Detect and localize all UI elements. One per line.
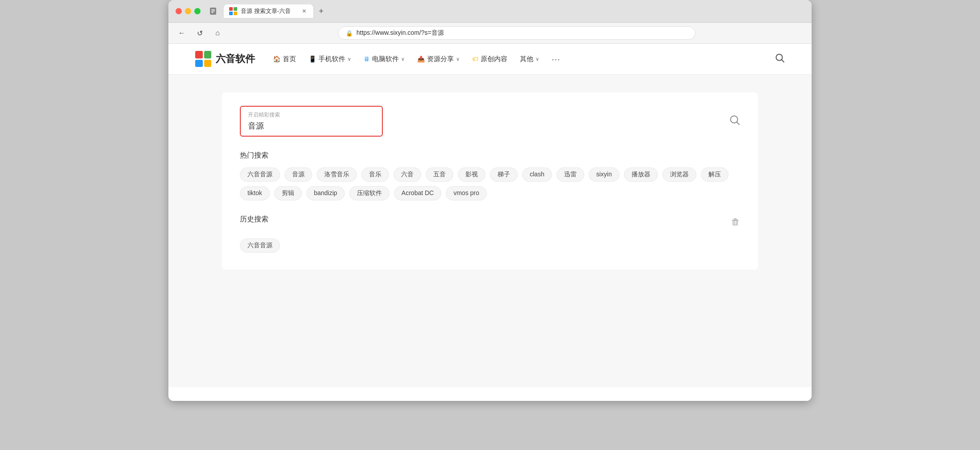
search-submit-icon[interactable]	[729, 115, 740, 128]
search-hint: 开启精彩搜索	[248, 111, 375, 119]
url-text: https://www.sixyin.com/?s=音源	[356, 29, 444, 37]
nav-item-resources[interactable]: 📤 资源分享 ∨	[417, 55, 460, 63]
tab-favicon	[229, 7, 237, 15]
tag-yingshi[interactable]: 影视	[458, 167, 486, 182]
main-content: 开启精彩搜索 音源 热门搜索 六音音源 音源	[168, 75, 812, 387]
minimize-button[interactable]	[185, 8, 191, 14]
search-input-wrapper[interactable]: 开启精彩搜索 音源	[240, 106, 383, 137]
hot-search-title: 热门搜索	[240, 151, 740, 160]
history-section: 历史搜索	[240, 215, 740, 253]
site-search-icon[interactable]	[775, 53, 785, 65]
tag-sixyin[interactable]: sixyin	[589, 167, 620, 182]
tab-title: 音源 搜索文章-六音	[241, 7, 297, 15]
tag-clash[interactable]: clash	[522, 167, 552, 182]
lock-icon: 🔒	[346, 30, 353, 37]
browser-frame: 音源 搜索文章-六音 ✕ + ← ↺ ⌂ 🔒 https://www.sixyi…	[168, 0, 812, 401]
back-button[interactable]: ←	[176, 27, 188, 39]
history-tag-liuyinyuanyuan[interactable]: 六音音源	[240, 238, 280, 253]
tag-yinyuan[interactable]: 音源	[285, 167, 312, 182]
hot-search-tags: 六音音源 音源 洛雪音乐 音乐 六音 五音 影视 梯子 clash 迅雷 six…	[240, 167, 740, 200]
tag-vmospro[interactable]: vmos pro	[446, 186, 487, 200]
site-nav: 🏠 首页 📱 手机软件 ∨ 🖥 电脑软件 ∨ 📤 资源分享 ∨	[273, 54, 757, 64]
pages-icon	[208, 6, 218, 17]
tag-jieyai[interactable]: 解压	[701, 167, 729, 182]
traffic-lights	[176, 8, 201, 14]
tag-liulanqi[interactable]: 浏览器	[662, 167, 696, 182]
home-button[interactable]: ⌂	[211, 27, 224, 39]
tag-yinyue[interactable]: 音乐	[361, 167, 389, 182]
active-tab[interactable]: 音源 搜索文章-六音 ✕	[224, 4, 313, 18]
tag-liuyinyuanyuan[interactable]: 六音音源	[240, 167, 280, 182]
tag-tiktok[interactable]: tiktok	[240, 186, 270, 200]
resources-nav-icon: 📤	[417, 55, 425, 62]
tag-tizi[interactable]: 梯子	[490, 167, 518, 182]
address-bar: ← ↺ ⌂ 🔒 https://www.sixyin.com/?s=音源	[168, 23, 812, 44]
svg-rect-3	[211, 12, 214, 13]
mobile-nav-icon: 📱	[309, 55, 316, 62]
tag-liuyin[interactable]: 六音	[394, 167, 421, 182]
nav-mobile-label: 手机软件	[318, 55, 345, 63]
history-header: 历史搜索	[240, 215, 740, 231]
resources-nav-chevron: ∨	[456, 56, 460, 62]
title-bar: 音源 搜索文章-六音 ✕ +	[168, 0, 812, 23]
tag-bandizip[interactable]: bandizip	[306, 186, 345, 200]
nav-item-other[interactable]: 其他 ∨	[520, 55, 539, 63]
new-tab-button[interactable]: +	[315, 5, 327, 17]
nav-other-label: 其他	[520, 55, 533, 63]
svg-rect-1	[211, 9, 215, 10]
svg-rect-2	[211, 11, 215, 12]
computer-nav-chevron: ∨	[401, 56, 405, 62]
search-box-container: 开启精彩搜索 音源	[240, 106, 740, 137]
nav-home-label: 首页	[283, 55, 296, 63]
history-search-title: 历史搜索	[240, 215, 268, 224]
svg-rect-8	[733, 221, 737, 225]
logo-icon	[195, 51, 211, 67]
home-nav-icon: 🏠	[273, 55, 281, 62]
clear-history-button[interactable]	[730, 217, 740, 229]
nav-computer-label: 电脑软件	[372, 55, 399, 63]
original-nav-icon: 🏷	[472, 55, 478, 62]
website-content: 六音软件 🏠 首页 📱 手机软件 ∨ 🖥 电脑软件 ∨ �	[168, 44, 812, 401]
nav-item-home[interactable]: 🏠 首页	[273, 55, 296, 63]
site-logo-text: 六音软件	[216, 52, 255, 66]
nav-item-mobile[interactable]: 📱 手机软件 ∨	[309, 55, 351, 63]
nav-resources-label: 资源分享	[427, 55, 454, 63]
hot-search-section: 热门搜索 六音音源 音源 洛雪音乐 音乐 六音 五音 影视 梯子 clash 迅…	[240, 151, 740, 200]
maximize-button[interactable]	[194, 8, 201, 14]
tag-acrobat[interactable]: Acrobat DC	[394, 186, 441, 200]
tab-bar: 音源 搜索文章-六音 ✕ +	[224, 4, 804, 18]
refresh-button[interactable]: ↺	[193, 27, 206, 39]
site-logo: 六音软件	[195, 51, 255, 67]
history-tags: 六音音源	[240, 238, 740, 253]
tag-xunlei[interactable]: 迅雷	[557, 167, 584, 182]
search-value: 音源	[248, 121, 375, 131]
mobile-nav-chevron: ∨	[348, 56, 351, 62]
tag-wuyin[interactable]: 五音	[426, 167, 453, 182]
other-nav-chevron: ∨	[536, 56, 539, 62]
close-button[interactable]	[176, 8, 182, 14]
nav-item-computer[interactable]: 🖥 电脑软件 ∨	[364, 55, 405, 63]
site-header: 六音软件 🏠 首页 📱 手机软件 ∨ 🖥 电脑软件 ∨ �	[168, 44, 812, 75]
tag-jianji[interactable]: 剪辑	[274, 186, 302, 200]
computer-nav-icon: 🖥	[364, 55, 370, 62]
tab-close-button[interactable]: ✕	[301, 8, 308, 15]
svg-line-5	[782, 60, 784, 62]
svg-line-7	[737, 122, 740, 125]
tag-bofangqi[interactable]: 播放器	[624, 167, 658, 182]
nav-original-label: 原创内容	[481, 55, 507, 63]
nav-more-button[interactable]: ···	[552, 54, 561, 64]
url-bar[interactable]: 🔒 https://www.sixyin.com/?s=音源	[338, 26, 695, 40]
nav-item-original[interactable]: 🏷 原创内容	[472, 55, 507, 63]
tag-yasuo[interactable]: 压缩软件	[349, 186, 389, 200]
tag-luoxueyinyue[interactable]: 洛雪音乐	[317, 167, 357, 182]
search-card: 开启精彩搜索 音源 热门搜索 六音音源 音源	[222, 92, 758, 270]
